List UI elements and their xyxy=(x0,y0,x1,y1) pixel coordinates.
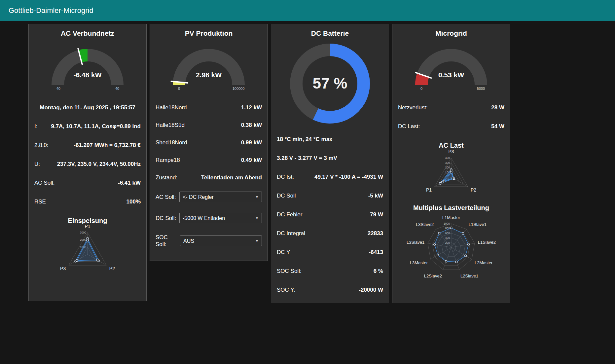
row-label: 3.28 V - 3.277 V = 3 mV xyxy=(277,155,337,162)
row-label: U: xyxy=(34,161,40,167)
svg-text:L3Slave2: L3Slave2 xyxy=(416,222,434,227)
pv-halle18sued-row: Halle18Süd 0.38 kW xyxy=(150,122,268,128)
dc-soc-y-row: SOC Y: -20000 W xyxy=(271,286,389,293)
pv-shed18nord-row: Shed18Nord 0.99 kW xyxy=(150,139,268,146)
dc-y-row: DC Y -6413 xyxy=(271,249,389,256)
soc-soll-selected-option: AUS xyxy=(183,237,194,244)
dc-temp-row: 18 °C min, 24 °C max xyxy=(271,136,389,143)
dc-soc-soll-row: SOC Soll: 6 % xyxy=(271,268,389,274)
panel-microgrid: Microgrid 0.53 kW 0 5000 Netzverlust: 28… xyxy=(392,24,510,303)
ac-soll-selected-option: <- DC Regler xyxy=(183,194,214,200)
soc-soll-select[interactable]: AUS ▼ xyxy=(180,236,262,246)
pv-ac-soll-row: AC Soll: <- DC Regler ▼ xyxy=(150,192,268,202)
row-label: DC Integral xyxy=(277,230,305,237)
row-label: Shed18Nord xyxy=(156,139,187,146)
mg-gauge-min-label: 0 xyxy=(420,87,422,91)
svg-text:200: 200 xyxy=(445,166,450,169)
row-label: Halle18Nord xyxy=(156,104,187,111)
pv-zustand-row: Zustand: Teilentladen am Abend xyxy=(150,174,268,181)
mg-gauge-value: 0.53 kW xyxy=(402,71,501,79)
ac-gauge-min-label: -40 xyxy=(55,87,60,91)
svg-text:1000: 1000 xyxy=(444,222,450,225)
ac-gauge-max-label: 40 xyxy=(115,87,119,91)
row-label: DC Y xyxy=(277,249,290,256)
row-label: DC Soll xyxy=(277,192,296,199)
svg-text:P2: P2 xyxy=(109,266,115,271)
dc-integral-row: DC Integral 22833 xyxy=(271,230,389,237)
row-label: DC Soll: xyxy=(156,215,176,222)
row-label: DC Ist: xyxy=(277,173,294,180)
pv-halle18nord-row: Halle18Nord 1.12 kW xyxy=(150,104,268,111)
row-value: 0.99 kW xyxy=(241,139,262,146)
mg-netzverlust-row: Netzverlust: 28 W xyxy=(392,104,510,111)
row-label: Zustand: xyxy=(156,174,177,181)
ac-last-title: AC Last xyxy=(392,142,510,149)
multiplus-radar: L1MasterL1Slave1L1Slave2L2MasterL2Slave1… xyxy=(392,212,510,282)
row-value: Teilentladen am Abend xyxy=(201,174,262,181)
panel-title-pv: PV Produktion xyxy=(150,29,268,37)
chevron-down-icon: ▼ xyxy=(255,237,259,244)
panel-title-dc: DC Batterie xyxy=(271,29,389,37)
mg-gauge: 0.53 kW 0 5000 xyxy=(402,39,501,96)
chevron-down-icon: ▼ xyxy=(255,215,259,222)
pv-gauge: 2.98 kW 0 100000 xyxy=(159,39,258,96)
mg-rows: Netzverlust: 28 W DC Last: 54 W xyxy=(392,104,510,130)
svg-text:L2Slave2: L2Slave2 xyxy=(424,273,442,278)
row-value: Montag, den 11. Aug 2025 , 19:55:57 xyxy=(40,104,135,111)
panel-pv-produktion: PV Produktion 2.98 kW 0 100000 Halle18No… xyxy=(150,24,268,261)
row-label: Halle18Süd xyxy=(156,122,185,128)
panel-title-ac: AC Verbundnetz xyxy=(29,29,146,37)
row-label: SOC Soll: xyxy=(277,268,302,274)
row-value: -5 kW xyxy=(368,192,383,199)
mg-dc-last-row: DC Last: 54 W xyxy=(392,123,510,130)
row-label: SOC Y: xyxy=(277,286,295,293)
row-value: 0.38 kW xyxy=(241,122,262,128)
panel-title-mg: Microgrid xyxy=(392,29,510,37)
row-value: 6 % xyxy=(374,268,383,274)
row-value: 79 W xyxy=(370,211,383,218)
svg-text:L3Slave1: L3Slave1 xyxy=(407,240,424,245)
row-value: -6.41 kW xyxy=(118,179,141,186)
pv-dc-soll-row: DC Soll: -5000 W Entladen ▼ xyxy=(150,213,268,223)
ac-soll-select[interactable]: <- DC Regler ▼ xyxy=(179,192,262,202)
einspeisung-title: Einspeisung xyxy=(29,217,146,225)
pv-rows: Halle18Nord 1.12 kW Halle18Süd 0.38 kW S… xyxy=(150,104,268,248)
pv-gauge-min-label: 0 xyxy=(178,87,180,91)
ac-gauge-value: -6.48 kW xyxy=(38,71,137,79)
row-label: AC Soll: xyxy=(156,194,176,200)
pv-soc-soll-row: SOC Soll: AUS ▼ xyxy=(150,234,268,248)
panel-ac-verbundnetz: AC Verbundnetz -6.48 kW -40 40 Montag, d… xyxy=(28,24,147,301)
svg-text:P1: P1 xyxy=(426,187,432,193)
row-label: SOC Soll: xyxy=(156,234,180,248)
dc-soll-select[interactable]: -5000 W Entladen ▼ xyxy=(179,213,262,223)
ac-current-row: I: 9.7A, 10.7A, 11.1A, Cosφ=0.89 ind xyxy=(29,123,146,130)
row-value: -20000 W xyxy=(359,286,383,293)
svg-text:L2Master: L2Master xyxy=(475,260,493,265)
chevron-down-icon: ▼ xyxy=(255,194,259,200)
dashboard: AC Verbundnetz -6.48 kW -40 40 Montag, d… xyxy=(0,21,615,303)
pv-gauge-value: 2.98 kW xyxy=(159,71,258,79)
soc-donut-value: 57 % xyxy=(280,74,380,92)
row-label: Netzverlust: xyxy=(398,104,428,111)
svg-text:L1Slave1: L1Slave1 xyxy=(469,222,487,227)
svg-text:P3: P3 xyxy=(60,266,66,271)
svg-text:L1Slave2: L1Slave2 xyxy=(478,240,496,245)
multiplus-title: Multiplus Lastverteilung xyxy=(392,204,510,212)
soc-donut: 57 % xyxy=(280,39,380,128)
ac-gauge-chart xyxy=(38,39,137,92)
dc-fehler-row: DC Fehler 79 W xyxy=(271,211,389,218)
row-value: 100% xyxy=(127,198,141,205)
ac-soll-row: AC Soll: -6.41 kW xyxy=(29,179,146,186)
row-value: 9.7A, 10.7A, 11.1A, Cosφ=0.89 ind xyxy=(51,123,141,130)
pv-rampe18-row: Rampe18 0.49 kW xyxy=(150,157,268,164)
svg-text:L3Master: L3Master xyxy=(410,260,428,265)
row-label: AC Soll: xyxy=(34,179,54,186)
row-value: 49.17 V * -100 A = -4931 W xyxy=(314,173,383,180)
svg-text:3000: 3000 xyxy=(80,231,86,234)
dc-soll-selected-option: -5000 W Entladen xyxy=(183,215,225,222)
svg-text:P1: P1 xyxy=(85,225,90,229)
row-value: 1.12 kW xyxy=(241,104,262,111)
row-value: 28 W xyxy=(491,104,504,111)
row-value: 0.49 kW xyxy=(241,157,262,164)
row-value: -6413 xyxy=(369,249,383,256)
